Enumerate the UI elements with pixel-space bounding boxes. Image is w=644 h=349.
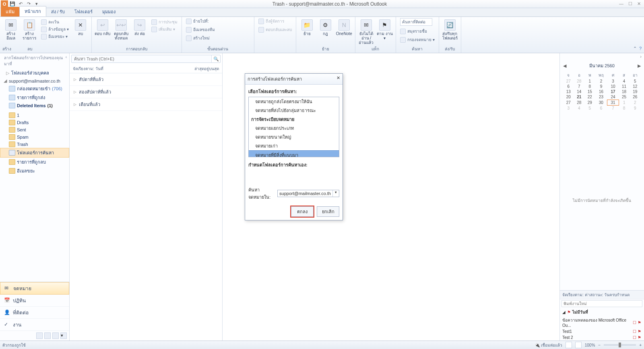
new-search-folder-dialog: การสร้างโฟลเดอร์การค้นหา ✕ เลือกโฟลเดอร์… (245, 73, 343, 220)
cat-organize: การจัดระเบียบจดหมาย (249, 115, 339, 124)
opt-categorized[interactable]: จดหมายแยกประเภท (249, 124, 339, 133)
opt-sent-public[interactable]: จดหมายที่ส่งไปยังกลุ่มสาธารณะ (249, 106, 339, 115)
chevron-down-icon[interactable]: ▾ (332, 190, 339, 197)
customize-label: กำหนดโฟลเดอร์การค้นหาเอง: (248, 161, 339, 168)
opt-large[interactable]: จดหมายขนาดใหญ่ (249, 133, 339, 141)
search-folder-list[interactable]: จดหมายถูกส่งโดยตรงมาให้ฉัน จดหมายที่ส่งไ… (248, 97, 339, 157)
opt-old[interactable]: จดหมายเก่า (249, 141, 339, 150)
dialog-title: การสร้างโฟลเดอร์การค้นหา (248, 75, 302, 83)
dialog-close-icon[interactable]: ✕ (336, 75, 340, 83)
searchin-label: ค้นหาจดหมายใน: (248, 186, 275, 201)
select-label: เลือกโฟลเดอร์การค้นหา: (248, 88, 339, 95)
cancel-button[interactable]: ยกเลิก (317, 206, 339, 217)
opt-sent-direct[interactable]: จดหมายถูกส่งโดยตรงมาให้ฉัน (249, 97, 339, 106)
searchin-combo[interactable]: support@mailmaster.co.th ▾ (277, 190, 339, 197)
opt-with-attachments[interactable]: จดหมายที่มีสิ่งที่แนบมา (249, 150, 339, 157)
modal-overlay: การสร้างโฟลเดอร์การค้นหา ✕ เลือกโฟลเดอร์… (0, 0, 644, 349)
ok-button[interactable]: ตกลง (291, 206, 314, 217)
